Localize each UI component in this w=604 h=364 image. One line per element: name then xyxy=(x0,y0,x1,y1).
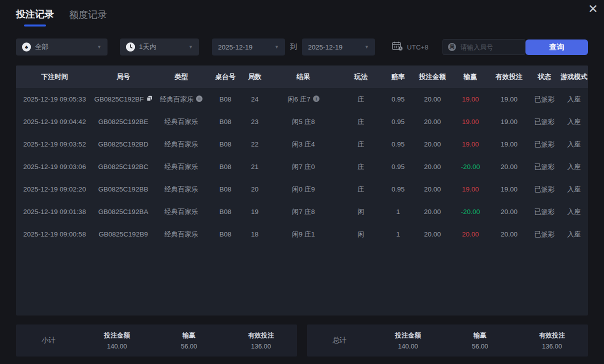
date-to-select[interactable]: 2025-12-19 ▼ xyxy=(302,38,375,56)
cell-valid-bet: 19.00 xyxy=(489,186,529,193)
cell-odds: 0.95 xyxy=(383,96,412,103)
cell-game-mode: 入座 xyxy=(560,208,588,216)
round-number-input[interactable] xyxy=(460,43,520,52)
table-row: 2025-12-19 09:05:33 GB0825C192BF 经典百家乐 B… xyxy=(16,88,588,110)
cell-odds: 0.95 xyxy=(383,140,412,148)
cell-bet-amount: 20.00 xyxy=(413,140,452,148)
date-to-value: 2025-12-19 xyxy=(308,44,342,51)
tab-bet-records[interactable]: 投注记录 xyxy=(16,8,54,26)
cell-result: 闲3 庄4 i xyxy=(268,140,338,149)
table-row: 2025-12-19 09:01:38 GB0825C192BA 经典百家乐 B… xyxy=(16,200,588,223)
round-number-icon: 局 xyxy=(448,43,456,51)
cell-bet-time: 2025-12-19 09:01:38 xyxy=(16,208,93,216)
round-number-input-wrap: 局 xyxy=(442,39,526,55)
summary-valid-bet: 有效投注 136.00 xyxy=(516,331,588,350)
column-header: 下注时间 xyxy=(16,72,93,82)
cell-round-id: GB0825C192BC xyxy=(93,163,153,170)
summary-panel: 总计 投注金额 140.00 输赢 56.00 有效投注 136.00 xyxy=(307,324,588,356)
cell-shoe-number: 24 xyxy=(242,96,268,103)
cell-win-loss: 19.00 xyxy=(452,186,489,193)
column-header: 投注金额 xyxy=(413,72,452,82)
time-range-select[interactable]: 1天内 ▼ xyxy=(120,38,199,56)
cell-result: 闲0 庄9 i xyxy=(268,185,338,194)
cell-bet-type: 庄 xyxy=(338,118,383,126)
date-from-value: 2025-12-19 xyxy=(218,44,252,51)
date-from-select[interactable]: 2025-12-19 ▼ xyxy=(212,38,285,56)
cell-shoe-number: 23 xyxy=(242,118,268,126)
cell-bet-type: 庄 xyxy=(338,95,383,104)
filter-bar: ♠ 全部 ▼ 1天内 ▼ 2025-12-19 ▼ 到 2025-12-19 ▼ xyxy=(16,38,588,56)
summary-win-loss: 输赢 56.00 xyxy=(153,331,225,350)
game-type-select[interactable]: ♠ 全部 ▼ xyxy=(16,38,108,56)
cell-bet-type: 闲 xyxy=(338,208,383,216)
cell-win-loss: 19.00 xyxy=(452,96,489,103)
cell-round-id: GB0825C192BB xyxy=(93,186,153,193)
time-range-select-value: 1天内 xyxy=(139,42,156,52)
cell-game-mode: 入座 xyxy=(560,230,588,239)
cell-game-mode: 入座 xyxy=(560,140,588,149)
cell-valid-bet: 20.00 xyxy=(489,230,529,238)
cell-table-number: B08 xyxy=(210,118,242,126)
close-icon[interactable]: ✕ xyxy=(588,2,598,16)
column-header: 状态 xyxy=(529,72,560,82)
cell-bet-amount: 20.00 xyxy=(413,230,452,238)
cell-odds: 0.95 xyxy=(383,163,412,170)
cell-game-type: 经典百家乐 xyxy=(154,230,210,239)
cell-shoe-number: 20 xyxy=(242,186,268,193)
column-header: 输赢 xyxy=(452,72,489,82)
cell-odds: 1 xyxy=(383,208,412,216)
cell-shoe-number: 19 xyxy=(242,208,268,216)
cell-status: 已派彩 xyxy=(529,208,560,216)
game-type-select-value: 全部 xyxy=(35,42,48,52)
chevron-down-icon: ▼ xyxy=(274,44,279,50)
cell-bet-amount: 20.00 xyxy=(413,96,452,103)
column-header: 赔率 xyxy=(383,72,412,82)
column-header: 局数 xyxy=(242,72,268,82)
cell-bet-time: 2025-12-19 09:03:06 xyxy=(16,163,93,170)
cell-game-type: 经典百家乐 xyxy=(154,95,210,104)
date-to-label: 到 xyxy=(290,42,297,52)
cell-status: 已派彩 xyxy=(529,162,560,172)
table-row: 2025-12-19 09:03:52 GB0825C192BD 经典百家乐 B… xyxy=(16,133,588,156)
column-header: 有效投注 xyxy=(489,72,529,82)
info-icon[interactable]: i xyxy=(313,96,320,104)
summary-valid-bet: 有效投注 136.00 xyxy=(225,331,297,350)
bet-records-table: 下注时间局号类型桌台号局数结果玩法赔率投注金额输赢有效投注状态游戏模式 2025… xyxy=(16,66,588,316)
cell-bet-time: 2025-12-19 09:05:33 xyxy=(16,96,93,103)
timezone-display: UTC+8 xyxy=(392,41,428,53)
svg-text:i: i xyxy=(316,96,316,101)
cell-table-number: B08 xyxy=(210,96,242,103)
cell-status: 已派彩 xyxy=(529,140,560,149)
table-row: 2025-12-19 09:00:58 GB0825C192B9 经典百家乐 B… xyxy=(16,223,588,246)
cell-status: 已派彩 xyxy=(529,95,560,104)
cell-bet-type: 庄 xyxy=(338,185,383,194)
table-row: 2025-12-19 09:03:06 GB0825C192BC 经典百家乐 B… xyxy=(16,156,588,178)
cell-table-number: B08 xyxy=(210,140,242,148)
table-row: 2025-12-19 09:02:20 GB0825C192BB 经典百家乐 B… xyxy=(16,178,588,200)
cell-win-loss: -20.00 xyxy=(452,163,489,170)
cell-table-number: B08 xyxy=(210,208,242,216)
spade-icon: ♠ xyxy=(22,42,31,52)
cell-round-id: GB0825C192BE xyxy=(93,118,153,126)
cell-result: 闲6 庄7 i xyxy=(268,95,338,104)
cell-bet-type: 庄 xyxy=(338,140,383,149)
summary-panel: 小计 投注金额 140.00 输赢 56.00 有效投注 136.00 xyxy=(16,324,297,356)
cell-valid-bet: 19.00 xyxy=(489,118,529,126)
cell-valid-bet: 19.00 xyxy=(489,96,529,103)
cell-status: 已派彩 xyxy=(529,185,560,194)
copy-icon[interactable] xyxy=(146,96,152,103)
cell-bet-time: 2025-12-19 09:03:52 xyxy=(16,140,93,148)
chevron-down-icon: ▼ xyxy=(188,44,193,50)
cell-game-mode: 入座 xyxy=(560,95,588,104)
tab-quota-records[interactable]: 额度记录 xyxy=(69,8,107,22)
cell-game-mode: 入座 xyxy=(560,162,588,172)
cell-game-mode: 入座 xyxy=(560,185,588,194)
cell-bet-time: 2025-12-19 09:04:42 xyxy=(16,118,93,126)
cell-shoe-number: 18 xyxy=(242,230,268,238)
cell-table-number: B08 xyxy=(210,230,242,238)
column-header: 桌台号 xyxy=(210,72,242,82)
summary-win-loss: 输赢 56.00 xyxy=(444,331,516,350)
query-button[interactable]: 查询 xyxy=(526,40,588,55)
cell-round-id: GB0825C192BA xyxy=(93,208,153,216)
column-header: 类型 xyxy=(154,72,210,82)
